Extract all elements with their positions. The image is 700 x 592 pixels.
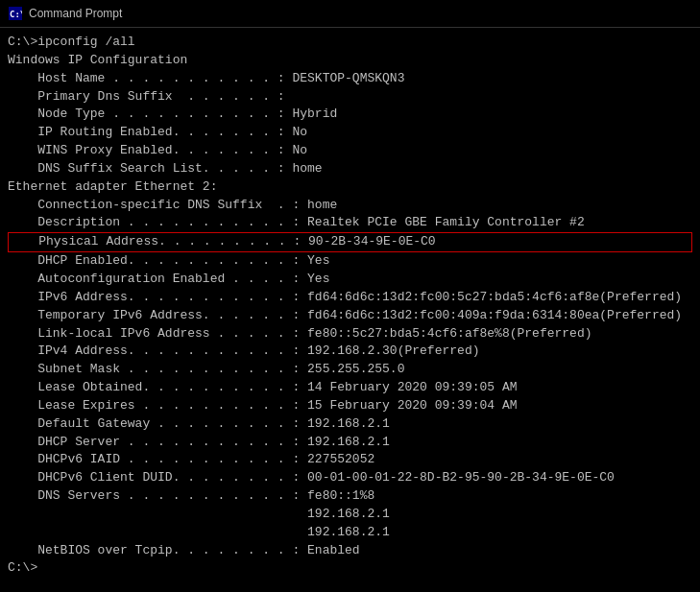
cmd-icon: C:\: [8, 6, 23, 21]
eth-ipv4: IPv4 Address. . . . . . . . . . . : 192.…: [8, 343, 692, 361]
eth-lease-obtained: Lease Obtained. . . . . . . . . . : 14 F…: [8, 379, 692, 397]
eth-dns-servers-1: DNS Servers . . . . . . . . . . . : fe80…: [8, 487, 692, 506]
command-line: C:\>ipconfig /all: [8, 34, 692, 52]
eth-temp-ipv6: Temporary IPv6 Address. . . . . . : fd64…: [8, 307, 692, 325]
eth-subnet: Subnet Mask . . . . . . . . . . . : 255.…: [8, 361, 692, 379]
physical-address-line: Physical Address. . . . . . . . . : 90-2…: [8, 232, 692, 252]
config-line-hostname: Host Name . . . . . . . . . . . : DESKTO…: [8, 70, 692, 88]
eth-autoconfig: Autoconfiguration Enabled . . . . : Yes: [8, 271, 692, 289]
eth-description: Description . . . . . . . . . . . : Real…: [8, 214, 692, 232]
ethernet-header: Ethernet adapter Ethernet 2:: [8, 178, 692, 197]
svg-text:C:\: C:\: [10, 10, 22, 19]
config-line-ip-routing: IP Routing Enabled. . . . . . . : No: [8, 124, 692, 142]
eth-dhcp-enabled: DHCP Enabled. . . . . . . . . . . : Yes: [8, 252, 692, 271]
section1-header: Windows IP Configuration: [8, 52, 692, 70]
eth-netbios: NetBIOS over Tcpip. . . . . . . . : Enab…: [8, 542, 692, 560]
eth-default-gateway: Default Gateway . . . . . . . . . : 192.…: [8, 415, 692, 434]
config-line-wins-proxy: WINS Proxy Enabled. . . . . . . : No: [8, 142, 692, 160]
config-line-dns-suffix: Primary Dns Suffix . . . . . . :: [8, 88, 692, 107]
title-bar: C:\ Command Prompt: [0, 0, 700, 28]
eth-dhcp-server: DHCP Server . . . . . . . . . . . : 192.…: [8, 434, 692, 452]
eth-dhcpv6-iaid: DHCPv6 IAID . . . . . . . . . . . : 2275…: [8, 451, 692, 469]
config-line-dns-search: DNS Suffix Search List. . . . . : home: [8, 160, 692, 178]
eth-dns-servers-2: 192.168.2.1: [8, 506, 692, 524]
eth-conn-dns: Connection-specific DNS Suffix . : home: [8, 197, 692, 215]
title-bar-text: Command Prompt: [29, 7, 122, 20]
eth-lease-expires: Lease Expires . . . . . . . . . . : 15 F…: [8, 397, 692, 415]
eth-ipv6: IPv6 Address. . . . . . . . . . . : fd64…: [8, 289, 692, 307]
eth-link-local-ipv6: Link-local IPv6 Address . . . . . : fe80…: [8, 325, 692, 343]
config-line-node-type: Node Type . . . . . . . . . . . : Hybrid: [8, 106, 692, 124]
eth-dhcpv6-duid: DHCPv6 Client DUID. . . . . . . . : 00-0…: [8, 469, 692, 487]
terminal-body: C:\>ipconfig /all Windows IP Configurati…: [0, 28, 700, 583]
eth-dns-servers-3: 192.168.2.1: [8, 524, 692, 542]
final-prompt: C:\>: [8, 559, 692, 578]
